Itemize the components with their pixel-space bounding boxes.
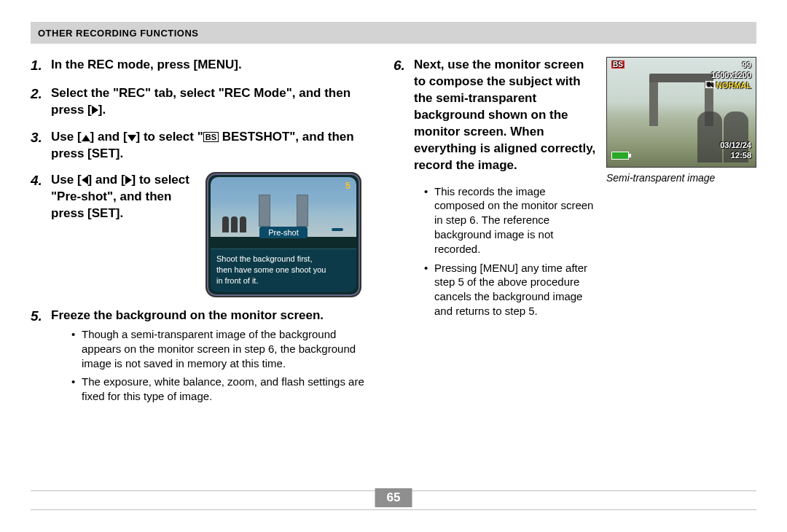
osd-time: 12:58 [731,151,751,160]
manual-page: OTHER RECORDING FUNCTIONS 1. In the REC … [0,0,787,532]
note: Pressing [MENU] any time after step 5 of… [424,261,596,318]
scene-description: Shoot the background first, then have so… [211,249,356,292]
step-6: 6. Next, use the monitor screen to compo… [394,57,596,174]
figure-caption: Semi-transparent image [606,172,756,184]
up-arrow-icon [82,135,90,141]
osd-resolution: 1600x1200 [711,71,751,79]
person-illustration [697,112,722,163]
step-heading: Select the "REC" tab, select "REC Mode",… [51,85,376,119]
page-number-badge: 65 [375,488,412,507]
right-arrow-icon [92,106,98,114]
note: This records the image composed on the m… [424,184,596,257]
step-notes: This records the image composed on the m… [394,184,596,318]
people-illustration [222,216,246,232]
step-heading: In the REC mode, press [MENU]. [51,57,376,74]
step-1: 1. In the REC mode, press [MENU]. [31,57,376,75]
step-number: 4. [31,172,51,297]
left-arrow-icon [82,176,88,184]
preview-screen-illustration: BS 99 1600x1200 IN NORMAL 03/12/24 12:58 [606,57,756,168]
scene-number: 5 [345,180,351,191]
step-4: 4. Use [] and [] to select "Pre-shot", a… [31,172,376,297]
step-heading: Next, use the monitor screen to compose … [414,57,596,174]
preshot-screen-illustration: 5 Pre-shot Shoot the background first, [205,172,361,297]
step-number: 6. [394,57,414,174]
step-heading: Use [] and [] to select "Pre-shot", and … [51,172,197,222]
section-header: OTHER RECORDING FUNCTIONS [31,22,756,44]
osd-quality: NORMAL [716,81,751,90]
section-title: OTHER RECORDING FUNCTIONS [38,28,199,39]
left-column: 1. In the REC mode, press [MENU]. 2. Sel… [31,57,376,418]
step-heading: Freeze the background on the monitor scr… [51,308,376,324]
content-columns: 1. In the REC mode, press [MENU]. 2. Sel… [31,57,756,418]
step-number: 3. [31,129,51,163]
battery-icon [611,152,629,160]
note: Though a semi-transparent image of the b… [71,327,376,370]
step-number: 5. [31,308,51,408]
step-notes: Though a semi-transparent image of the b… [51,327,376,404]
figure-semi-transparent: BS 99 1600x1200 IN NORMAL 03/12/24 12:58… [606,57,756,418]
step-number: 2. [31,85,51,119]
footer-divider [31,509,756,510]
osd-remaining-shots: 99 [743,60,751,69]
right-arrow-icon [125,176,132,184]
scene-label: Pre-shot [259,227,308,238]
osd-bestshot-icon: BS [611,60,624,69]
bestshot-icon: BS [203,132,219,142]
note: The exposure, white balance, zoom, and f… [71,375,376,404]
step-5: 5. Freeze the background on the monitor … [31,308,376,408]
step-2: 2. Select the "REC" tab, select "REC Mod… [31,85,376,119]
step-number: 1. [31,57,51,75]
osd-memory-icon: IN [705,81,715,88]
right-column: 6. Next, use the monitor screen to compo… [394,57,756,418]
osd-date: 03/12/24 [720,141,751,149]
step-heading: Use [] and [] to select "BS BESTSHOT", a… [51,129,376,163]
step-3: 3. Use [] and [] to select "BS BESTSHOT"… [31,129,376,163]
down-arrow-icon [128,135,136,141]
